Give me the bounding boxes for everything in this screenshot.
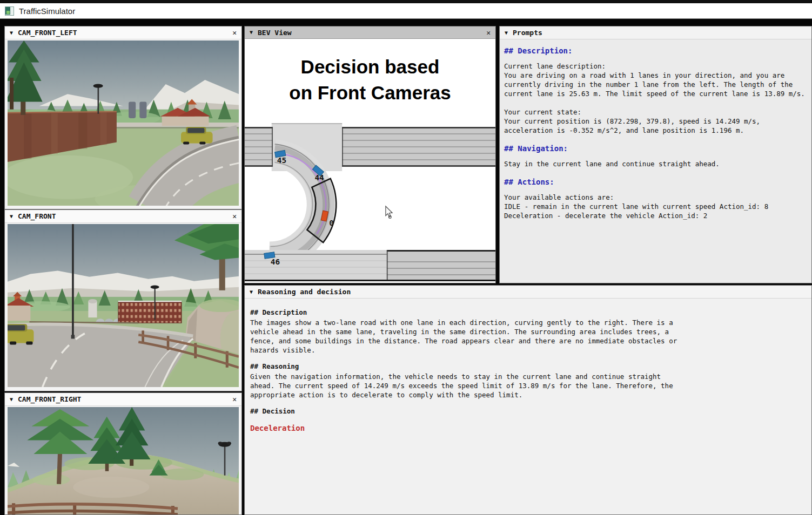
panel-cam-front-right: ▼ CAM_FRONT_RIGHT ✕: [4, 392, 242, 515]
collapse-triangle-icon[interactable]: ▼: [505, 30, 508, 36]
bev-header[interactable]: ▼ BEV View ✕: [245, 26, 495, 39]
ego-vehicle-label: 0: [329, 219, 334, 227]
title-bar[interactable]: TrafficSimulator: [0, 3, 812, 19]
prompts-title: Prompts: [513, 29, 542, 37]
collapse-triangle-icon[interactable]: ▼: [250, 289, 253, 295]
prompts-description-heading: ## Description:: [504, 46, 807, 55]
app-icon: [5, 6, 14, 16]
prompts-content: ## Description: Current lane description…: [500, 39, 811, 233]
bev-title: BEV View: [258, 29, 292, 37]
reasoning-reasoning-heading: ## Reasoning: [250, 362, 806, 370]
vehicle-46-label: 46: [271, 258, 280, 266]
close-icon[interactable]: ✕: [232, 29, 237, 37]
cam-front-left-viewport: [8, 40, 239, 206]
prompts-actions-heading: ## Actions:: [504, 178, 807, 186]
prompts-header[interactable]: ▼ Prompts: [500, 26, 811, 39]
prompts-navigation-text: Stay in the current lane and continue st…: [504, 159, 807, 168]
collapse-triangle-icon[interactable]: ▼: [10, 30, 13, 36]
panel-cam-front-left: ▼ CAM_FRONT_LEFT ✕: [4, 26, 242, 209]
reasoning-decision-heading: ## Decision: [250, 407, 806, 415]
reasoning-description-heading: ## Description: [250, 308, 806, 316]
cam-front-left-scene: [8, 40, 239, 206]
prompts-current-state: Your current state: Your current positio…: [504, 107, 807, 135]
bev-canvas: Decision based on Front Cameras: [245, 39, 495, 283]
window-title: TrafficSimulator: [19, 6, 75, 16]
reasoning-content: ## Description The images show a two-lan…: [245, 299, 811, 437]
reasoning-description-text: The images show a two-lane road with one…: [250, 318, 806, 355]
collapse-triangle-icon[interactable]: ▼: [10, 214, 13, 219]
vehicle-45-label: 45: [277, 156, 286, 165]
cam-front-title: CAM_FRONT: [18, 212, 56, 220]
prompts-lane-description: Current lane description: You are drivin…: [504, 62, 807, 98]
cam-front-viewport: [8, 224, 239, 387]
collapse-triangle-icon[interactable]: ▼: [250, 30, 253, 35]
panel-prompts: ▼ Prompts ## Description: Current lane d…: [499, 26, 812, 283]
close-icon[interactable]: ✕: [232, 395, 237, 403]
cam-front-right-title: CAM_FRONT_RIGHT: [18, 395, 81, 403]
close-icon[interactable]: ✕: [486, 29, 491, 37]
cam-front-left-title: CAM_FRONT_LEFT: [18, 29, 77, 37]
cam-front-right-header[interactable]: ▼ CAM_FRONT_RIGHT ✕: [5, 393, 241, 406]
vehicle-44-label: 44: [314, 173, 324, 182]
panel-bev-view: ▼ BEV View ✕ Decision based on Front Cam…: [244, 26, 496, 283]
close-icon[interactable]: ✕: [232, 212, 237, 220]
prompts-actions-text: Your available actions are: IDLE - remai…: [504, 193, 807, 220]
cam-front-scene: [8, 224, 239, 387]
cam-front-right-viewport: [8, 407, 239, 514]
cam-front-left-header[interactable]: ▼ CAM_FRONT_LEFT ✕: [5, 26, 241, 39]
reasoning-reasoning-text: Given the navigation information, the ve…: [250, 372, 806, 399]
panel-reasoning: ▼ Reasoning and decision ## Description …: [244, 285, 812, 515]
panel-cam-front: ▼ CAM_FRONT ✕: [4, 209, 242, 391]
cam-front-right-scene: [8, 407, 239, 514]
prompts-navigation-heading: ## Navigation:: [504, 144, 807, 153]
reasoning-title: Reasoning and decision: [258, 288, 351, 296]
bev-map: 45 44 0 46: [245, 39, 495, 283]
reasoning-header[interactable]: ▼ Reasoning and decision: [245, 286, 811, 299]
mouse-cursor: [386, 206, 392, 218]
cam-front-header[interactable]: ▼ CAM_FRONT ✕: [5, 210, 241, 223]
decision-value: Deceleration: [250, 424, 806, 432]
collapse-triangle-icon[interactable]: ▼: [10, 397, 13, 402]
